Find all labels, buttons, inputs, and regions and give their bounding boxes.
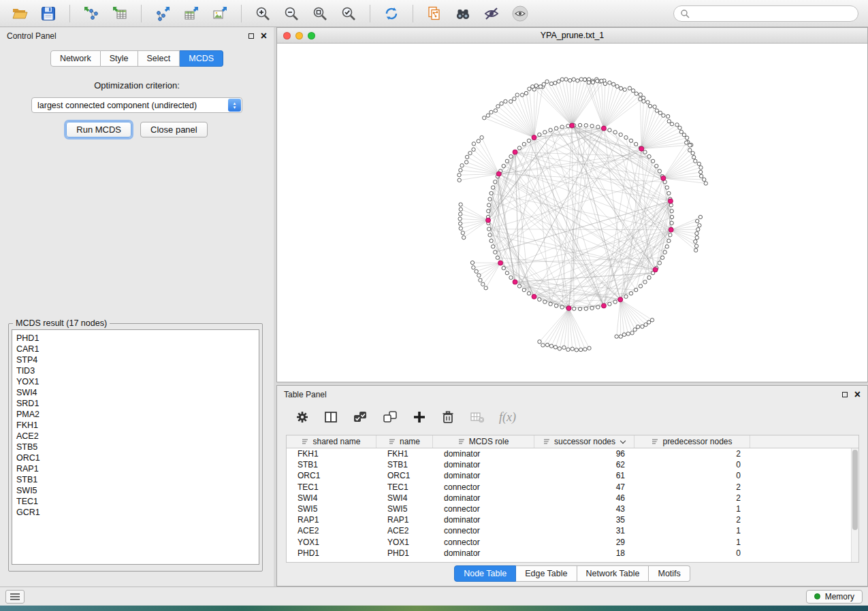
mcds-result-item[interactable]: SWI4	[16, 387, 259, 398]
table-scrollbar-thumb[interactable]	[852, 450, 858, 530]
mcds-result-item[interactable]: ACE2	[16, 431, 259, 442]
table-row[interactable]: FKH1FKH1dominator962	[287, 448, 858, 459]
float-panel-icon[interactable]	[248, 33, 254, 39]
table-cell: ACE2	[376, 525, 433, 536]
mcds-result-item[interactable]: CAR1	[16, 344, 259, 354]
import-table-icon[interactable]	[110, 3, 130, 24]
table-cell	[750, 470, 858, 481]
optimization-criterion-label: Optimization criterion:	[0, 80, 274, 90]
table-cell: 0	[634, 470, 750, 481]
close-panel-button[interactable]: Close panel	[140, 122, 208, 137]
show-columns-icon[interactable]	[323, 410, 338, 425]
table-cell: 62	[534, 459, 634, 470]
table-row[interactable]: RAP1RAP1dominator352	[287, 514, 858, 525]
mcds-result-item[interactable]: SWI5	[16, 485, 259, 496]
tab-motifs[interactable]: Motifs	[649, 565, 690, 582]
table-cell: dominator	[433, 470, 534, 481]
table-cell: 1	[634, 503, 750, 514]
mcds-result-item[interactable]: STP4	[16, 354, 259, 365]
mcds-result-item[interactable]: RAP1	[16, 463, 259, 474]
export-network-icon[interactable]	[152, 3, 173, 24]
network-window-title: YPA_prune.txt_1	[277, 31, 867, 40]
criterion-dropdown[interactable]: largest connected component (undirected)…	[31, 97, 242, 113]
close-panel-icon[interactable]: ×	[261, 32, 267, 40]
table-row[interactable]: YOX1YOX1connector291	[287, 537, 858, 548]
table-cell: 43	[534, 503, 634, 514]
mcds-result-item[interactable]: STB5	[16, 442, 259, 452]
column-header-mcds-role[interactable]: MCDS role	[433, 435, 534, 448]
open-file-icon[interactable]	[10, 3, 30, 24]
table-row[interactable]: ORC1ORC1dominator610	[287, 470, 858, 481]
table-row[interactable]: SWI5SWI5connector431	[287, 503, 858, 514]
table-row[interactable]: PHD1PHD1dominator180	[287, 548, 858, 559]
tab-edge-table[interactable]: Edge Table	[516, 565, 577, 582]
refresh-layout-icon[interactable]	[381, 3, 402, 24]
mcds-result-item[interactable]: TEC1	[16, 496, 259, 507]
mcds-result-item[interactable]: PMA2	[16, 409, 259, 420]
table-scrollbar[interactable]	[851, 448, 858, 562]
window-close-icon[interactable]	[283, 32, 291, 39]
unselect-all-icon[interactable]	[382, 410, 398, 425]
task-history-icon[interactable]	[5, 590, 25, 604]
tab-select[interactable]: Select	[138, 50, 180, 67]
zoom-out-icon[interactable]	[281, 3, 302, 24]
mcds-result-item[interactable]: YOX1	[16, 376, 259, 387]
zoom-fit-icon[interactable]	[310, 3, 330, 24]
mcds-result-item[interactable]: PHD1	[16, 333, 259, 344]
column-header-predecessor-nodes[interactable]: predecessor nodes	[634, 435, 750, 448]
search-network-binoculars-icon[interactable]	[453, 3, 473, 24]
tab-network-table[interactable]: Network Table	[577, 565, 649, 582]
table-cell: SWI5	[287, 503, 376, 514]
show-graphics-eye-icon[interactable]	[510, 3, 530, 24]
mcds-result-item[interactable]: STB1	[16, 474, 259, 485]
table-settings-gear-icon[interactable]	[295, 410, 310, 425]
mcds-result-item[interactable]: SRD1	[16, 398, 259, 409]
column-header-name[interactable]: name	[376, 435, 433, 448]
save-icon[interactable]	[38, 3, 59, 24]
search-input[interactable]	[694, 9, 852, 18]
control-panel-header: Control Panel ×	[0, 27, 274, 45]
network-window-titlebar[interactable]: YPA_prune.txt_1	[277, 28, 867, 44]
memory-button[interactable]: Memory	[806, 590, 863, 604]
select-all-icon[interactable]	[352, 410, 368, 425]
clone-network-icon[interactable]	[424, 3, 445, 24]
tab-network[interactable]: Network	[50, 50, 101, 67]
add-column-plus-icon[interactable]	[412, 410, 427, 425]
desktop-wallpaper-strip	[0, 606, 868, 611]
column-header-successor-nodes[interactable]: successor nodes	[534, 435, 634, 448]
run-mcds-button[interactable]: Run MCDS	[66, 122, 131, 137]
window-maximize-icon[interactable]	[308, 32, 315, 39]
float-table-panel-icon[interactable]	[842, 392, 848, 397]
window-minimize-icon[interactable]	[295, 32, 303, 39]
mcds-result-item[interactable]: FKH1	[16, 420, 259, 431]
network-canvas[interactable]	[277, 44, 867, 382]
export-table-icon[interactable]	[181, 3, 202, 24]
tab-node-table[interactable]: Node Table	[454, 565, 516, 582]
table-cell: dominator	[433, 514, 534, 525]
tab-mcds[interactable]: MCDS	[180, 50, 223, 67]
zoom-in-icon[interactable]	[253, 3, 273, 24]
table-cell: ORC1	[376, 470, 433, 481]
zoom-selected-icon[interactable]	[338, 3, 359, 24]
table-cell: 18	[534, 548, 634, 559]
hide-details-eye-slash-icon[interactable]	[481, 3, 502, 24]
search-box[interactable]	[673, 5, 858, 22]
export-image-icon[interactable]	[210, 3, 230, 24]
table-panel-header: Table Panel ×	[277, 386, 867, 403]
mcds-result-item[interactable]: GCR1	[16, 507, 259, 518]
tab-style[interactable]: Style	[101, 50, 138, 67]
table-row[interactable]: SWI4SWI4dominator462	[287, 493, 858, 503]
delete-column-trash-icon[interactable]	[440, 410, 455, 425]
column-header-shared-name[interactable]: shared name	[287, 435, 376, 448]
import-network-icon[interactable]	[81, 3, 101, 24]
table-row[interactable]: TEC1TEC1connector472	[287, 482, 858, 493]
function-builder-icon: f(x)	[499, 410, 516, 425]
table-row[interactable]: ACE2ACE2connector311	[287, 525, 858, 536]
mcds-result-item[interactable]: TID3	[16, 365, 259, 376]
table-cell: dominator	[433, 493, 534, 503]
table-cell: STB1	[376, 459, 433, 470]
close-table-panel-icon[interactable]: ×	[854, 391, 861, 399]
table-row[interactable]: STB1STB1dominator620	[287, 459, 858, 470]
table-cell: 31	[534, 525, 634, 536]
mcds-result-item[interactable]: ORC1	[16, 452, 259, 463]
